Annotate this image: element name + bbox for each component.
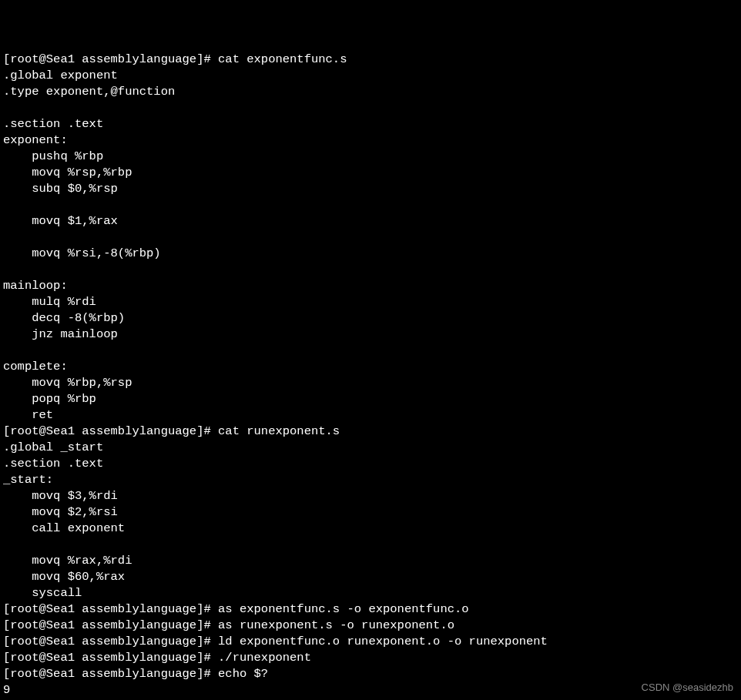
command-as-2: as runexponent.s -o runexponent.o — [218, 618, 454, 632]
prompt-5: [root@Sea1 assemblylanguage]# — [3, 635, 218, 648]
command-cat-2: cat runexponent.s — [218, 424, 340, 438]
prompt-4: [root@Sea1 assemblylanguage]# — [3, 618, 218, 632]
watermark: CSDN @seasidezhb — [642, 679, 733, 695]
prompt-3: [root@Sea1 assemblylanguage]# — [3, 602, 218, 616]
command-cat-1: cat exponentfunc.s — [218, 52, 347, 66]
prompt-2: [root@Sea1 assemblylanguage]# — [3, 424, 218, 438]
output-file1: .global exponent .type exponent,@functio… — [3, 69, 175, 422]
command-as-1: as exponentfunc.s -o exponentfunc.o — [218, 602, 469, 616]
output-file2: .global _start .section .text _start: mo… — [3, 440, 132, 600]
command-run: ./runexponent — [218, 651, 311, 665]
output-result: 9 — [3, 683, 10, 697]
prompt-1: [root@Sea1 assemblylanguage]# — [3, 52, 218, 66]
prompt-7: [root@Sea1 assemblylanguage]# — [3, 667, 218, 681]
terminal[interactable]: [root@Sea1 assemblylanguage]# cat expone… — [3, 52, 738, 700]
command-echo: echo $? — [218, 667, 268, 681]
command-ld: ld exponentfunc.o runexponent.o -o runex… — [218, 635, 548, 648]
prompt-6: [root@Sea1 assemblylanguage]# — [3, 651, 218, 665]
